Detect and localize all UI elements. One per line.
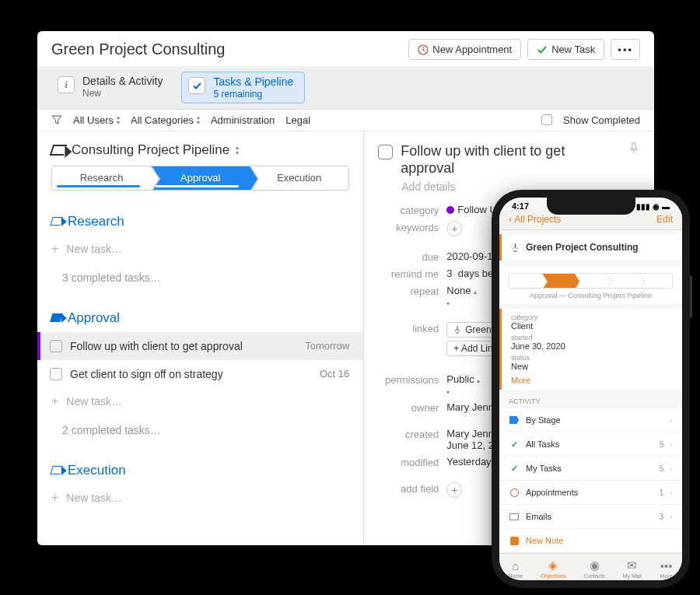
new-task-button[interactable]: New Task: [527, 39, 604, 60]
completed-tasks-link[interactable]: 2 completed tasks…: [37, 415, 363, 446]
add-keyword-button[interactable]: +: [446, 221, 462, 236]
chevron-left-icon: ‹: [509, 214, 512, 225]
note-icon: [510, 537, 519, 545]
phone-row-appointments[interactable]: Appointments1›: [499, 481, 682, 505]
signal-icon: ▮▮▮: [636, 202, 650, 211]
clock-icon: [418, 44, 429, 55]
section-approval[interactable]: Approval: [37, 293, 363, 332]
chevron-right-icon: ›: [670, 488, 673, 497]
stage-icon: [509, 416, 519, 424]
filter-administration[interactable]: Administration: [211, 114, 275, 126]
plus-icon: +: [51, 491, 58, 505]
phone-tab-home[interactable]: ⌂Home: [508, 558, 523, 579]
task-checkbox[interactable]: [50, 340, 62, 352]
task-title[interactable]: Follow up with client to get approval: [401, 142, 620, 177]
tag-icon: [50, 313, 63, 322]
phone-mockup: 4:17 ▮▮▮◉▬ ‹ All Projects Edit Green Pro…: [492, 190, 690, 588]
more-button[interactable]: •••: [611, 39, 640, 60]
phone-pipeline-label: Approval — Consulting Project Pipeline: [509, 292, 673, 299]
filter-categories[interactable]: All Categories▴▾: [131, 114, 200, 126]
stage-approval[interactable]: Approval: [151, 166, 250, 190]
phone-tab-objectives[interactable]: ◈Objectives: [541, 558, 566, 579]
new-appointment-button[interactable]: New Appointment: [408, 39, 521, 60]
phone-back-button[interactable]: ‹ All Projects: [509, 214, 561, 225]
new-task-input[interactable]: +New task…: [37, 236, 363, 262]
phone-details-box[interactable]: category Client started June 30, 2020 st…: [499, 309, 682, 390]
task-row[interactable]: Get client to sign off on strategy Oct 1…: [37, 360, 363, 388]
phone-stage: [509, 274, 542, 288]
phone-edit-button[interactable]: Edit: [656, 214, 673, 225]
task-checkbox[interactable]: [50, 368, 62, 380]
sort-icon: ▴▾: [236, 145, 239, 156]
pipeline-selector[interactable]: Consulting Project Pipeline ▴▾: [37, 131, 363, 166]
home-icon: ⌂: [509, 558, 523, 572]
pin-icon[interactable]: [628, 142, 640, 155]
page-title: Green Project Consulting: [51, 40, 402, 58]
phone-row-by-stage[interactable]: By Stage›: [499, 408, 682, 432]
objectives-icon: ◈: [546, 558, 560, 572]
phone-tab-contacts[interactable]: ◉Contacts: [583, 558, 605, 579]
chevron-right-icon: ›: [670, 415, 673, 425]
tab-tasks-pipeline[interactable]: Tasks & Pipeline 5 remaining: [181, 72, 305, 103]
category-color-icon: [446, 206, 454, 214]
completed-tasks-link[interactable]: 3 completed tasks…: [37, 262, 363, 293]
stage-execution[interactable]: Execution: [250, 166, 348, 190]
clock-icon: [510, 488, 519, 497]
phone-activity-label: ACTIVITY: [499, 390, 682, 408]
phone-row-new-note[interactable]: New Note: [499, 529, 682, 553]
new-task-input[interactable]: +New task…: [37, 388, 363, 415]
phone-tab-bar: ⌂Home ◈Objectives ◉Contacts ✉My Mail •••…: [499, 553, 682, 580]
pipeline-stages: Research Approval Execution: [51, 166, 349, 191]
checkbox-icon: [188, 77, 205, 94]
funnel-icon[interactable]: [51, 114, 62, 125]
filter-bar: All Users▴▾ All Categories▴▾ Administrat…: [37, 110, 654, 131]
filter-legal[interactable]: Legal: [285, 114, 310, 126]
phone-pipeline[interactable]: [509, 273, 673, 289]
section-execution[interactable]: Execution: [37, 446, 363, 485]
plus-icon: +: [51, 394, 58, 408]
task-list-pane: Consulting Project Pipeline ▴▾ Research …: [37, 131, 364, 545]
section-research[interactable]: Research: [37, 197, 363, 236]
phone-tab-mail[interactable]: ✉My Mail: [623, 558, 642, 579]
phone-activity-list: By Stage› ✓All Tasks5› ✓My Tasks5› Appoi…: [499, 408, 682, 553]
task-row[interactable]: Follow up with client to get approval To…: [37, 332, 363, 360]
filter-users[interactable]: All Users▴▾: [73, 114, 120, 126]
tag-icon: [50, 145, 68, 156]
phone-time: 4:17: [512, 201, 529, 211]
show-completed-checkbox[interactable]: [541, 114, 552, 125]
contacts-icon: ◉: [587, 558, 601, 572]
more-icon: •••: [660, 558, 674, 572]
add-field-button[interactable]: +: [446, 482, 462, 498]
stage-research[interactable]: Research: [52, 166, 151, 190]
phone-row-emails[interactable]: Emails3›: [499, 505, 682, 529]
wifi-icon: ◉: [653, 202, 660, 211]
phone-row-all-tasks[interactable]: ✓All Tasks5›: [499, 432, 682, 457]
phone-project-title[interactable]: Green Project Consulting: [499, 234, 682, 261]
project-icon: [511, 243, 520, 252]
info-icon: [58, 76, 75, 93]
tag-icon: [50, 217, 63, 226]
checkmark-icon: ✓: [509, 439, 520, 450]
chevron-right-icon: ›: [670, 512, 673, 521]
tag-icon: [50, 466, 63, 474]
view-tabs: Details & Activity New Tasks & Pipeline …: [37, 66, 654, 110]
phone-more-link[interactable]: More: [511, 374, 673, 385]
battery-icon: ▬: [662, 202, 670, 211]
phone-row-my-tasks[interactable]: ✓My Tasks5›: [499, 457, 682, 481]
phone-tab-more[interactable]: •••More: [660, 558, 674, 579]
new-task-input[interactable]: +New task…: [37, 485, 363, 511]
checkmark-icon: [537, 44, 548, 55]
checkmark-icon: ✓: [509, 463, 520, 474]
chevron-right-icon: ›: [670, 439, 673, 449]
mail-icon: [509, 513, 519, 520]
show-completed-label: Show Completed: [563, 114, 640, 126]
mail-icon: ✉: [625, 558, 639, 572]
tab-details-activity[interactable]: Details & Activity New: [51, 72, 173, 103]
task-complete-checkbox[interactable]: [378, 145, 393, 159]
plus-icon: +: [51, 242, 58, 256]
chevron-right-icon: ›: [670, 464, 673, 473]
window-header: Green Project Consulting New Appointment…: [37, 31, 654, 66]
